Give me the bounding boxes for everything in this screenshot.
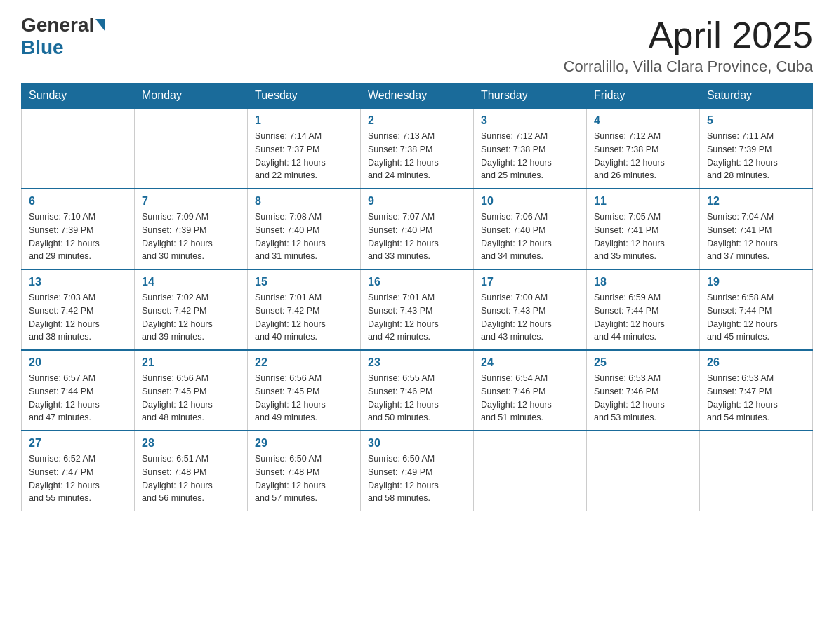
day-number: 27: [29, 437, 127, 450]
column-header-thursday: Thursday: [474, 83, 587, 109]
day-number: 11: [594, 195, 692, 208]
day-number: 28: [142, 437, 240, 450]
day-info: Sunrise: 7:07 AM Sunset: 7:40 PM Dayligh…: [368, 210, 466, 263]
calendar-cell: 4Sunrise: 7:12 AM Sunset: 7:38 PM Daylig…: [587, 108, 700, 189]
day-number: 21: [142, 356, 240, 369]
day-number: 10: [481, 195, 579, 208]
day-info: Sunrise: 6:59 AM Sunset: 7:44 PM Dayligh…: [594, 291, 692, 344]
logo: General Blue: [21, 14, 107, 59]
calendar-cell: 6Sunrise: 7:10 AM Sunset: 7:39 PM Daylig…: [22, 189, 135, 269]
calendar-cell: 7Sunrise: 7:09 AM Sunset: 7:39 PM Daylig…: [135, 189, 248, 269]
day-info: Sunrise: 6:55 AM Sunset: 7:46 PM Dayligh…: [368, 372, 466, 424]
calendar-cell: 24Sunrise: 6:54 AM Sunset: 7:46 PM Dayli…: [474, 350, 587, 431]
day-info: Sunrise: 7:04 AM Sunset: 7:41 PM Dayligh…: [707, 210, 805, 263]
column-header-tuesday: Tuesday: [248, 83, 361, 109]
day-number: 25: [594, 356, 692, 369]
calendar-cell: 21Sunrise: 6:56 AM Sunset: 7:45 PM Dayli…: [135, 350, 248, 431]
day-info: Sunrise: 7:00 AM Sunset: 7:43 PM Dayligh…: [481, 291, 579, 344]
calendar-cell: 28Sunrise: 6:51 AM Sunset: 7:48 PM Dayli…: [135, 431, 248, 511]
day-number: 18: [594, 276, 692, 288]
day-number: 5: [707, 114, 805, 127]
location-subtitle: Corralillo, Villa Clara Province, Cuba: [564, 58, 813, 76]
column-header-sunday: Sunday: [22, 83, 135, 109]
calendar-cell: 16Sunrise: 7:01 AM Sunset: 7:43 PM Dayli…: [361, 269, 474, 350]
calendar-cell: [700, 431, 813, 511]
day-info: Sunrise: 7:05 AM Sunset: 7:41 PM Dayligh…: [594, 210, 692, 263]
calendar-cell: [22, 108, 135, 189]
calendar-cell: 12Sunrise: 7:04 AM Sunset: 7:41 PM Dayli…: [700, 189, 813, 269]
day-info: Sunrise: 6:50 AM Sunset: 7:49 PM Dayligh…: [368, 452, 466, 505]
day-info: Sunrise: 7:10 AM Sunset: 7:39 PM Dayligh…: [29, 210, 127, 263]
day-info: Sunrise: 6:57 AM Sunset: 7:44 PM Dayligh…: [29, 372, 127, 424]
calendar-table: SundayMondayTuesdayWednesdayThursdayFrid…: [21, 83, 813, 511]
column-header-wednesday: Wednesday: [361, 83, 474, 109]
day-number: 3: [481, 114, 579, 127]
column-header-saturday: Saturday: [700, 83, 813, 109]
calendar-cell: 25Sunrise: 6:53 AM Sunset: 7:46 PM Dayli…: [587, 350, 700, 431]
calendar-cell: 18Sunrise: 6:59 AM Sunset: 7:44 PM Dayli…: [587, 269, 700, 350]
day-info: Sunrise: 6:50 AM Sunset: 7:48 PM Dayligh…: [255, 452, 353, 505]
day-info: Sunrise: 7:01 AM Sunset: 7:42 PM Dayligh…: [255, 291, 353, 344]
day-number: 7: [142, 195, 240, 208]
day-info: Sunrise: 6:56 AM Sunset: 7:45 PM Dayligh…: [255, 372, 353, 424]
day-number: 15: [255, 276, 353, 288]
logo-arrow-icon: [95, 19, 105, 32]
day-info: Sunrise: 7:08 AM Sunset: 7:40 PM Dayligh…: [255, 210, 353, 263]
day-info: Sunrise: 7:09 AM Sunset: 7:39 PM Dayligh…: [142, 210, 240, 263]
day-number: 14: [142, 276, 240, 288]
day-info: Sunrise: 6:52 AM Sunset: 7:47 PM Dayligh…: [29, 452, 127, 505]
day-number: 22: [255, 356, 353, 369]
logo-blue-text: Blue: [21, 36, 64, 58]
month-title: April 2025: [564, 14, 813, 56]
day-number: 9: [368, 195, 466, 208]
day-number: 12: [707, 195, 805, 208]
calendar-cell: 20Sunrise: 6:57 AM Sunset: 7:44 PM Dayli…: [22, 350, 135, 431]
day-info: Sunrise: 7:02 AM Sunset: 7:42 PM Dayligh…: [142, 291, 240, 344]
calendar-cell: 8Sunrise: 7:08 AM Sunset: 7:40 PM Daylig…: [248, 189, 361, 269]
day-info: Sunrise: 6:58 AM Sunset: 7:44 PM Dayligh…: [707, 291, 805, 344]
calendar-cell: 30Sunrise: 6:50 AM Sunset: 7:49 PM Dayli…: [361, 431, 474, 511]
logo-general-text: General: [21, 14, 94, 36]
week-row-5: 27Sunrise: 6:52 AM Sunset: 7:47 PM Dayli…: [22, 431, 813, 511]
day-number: 4: [594, 114, 692, 127]
day-number: 13: [29, 276, 127, 288]
day-number: 1: [255, 114, 353, 127]
calendar-cell: 13Sunrise: 7:03 AM Sunset: 7:42 PM Dayli…: [22, 269, 135, 350]
column-header-friday: Friday: [587, 83, 700, 109]
day-info: Sunrise: 7:14 AM Sunset: 7:37 PM Dayligh…: [255, 130, 353, 182]
calendar-cell: 23Sunrise: 6:55 AM Sunset: 7:46 PM Dayli…: [361, 350, 474, 431]
calendar-cell: 9Sunrise: 7:07 AM Sunset: 7:40 PM Daylig…: [361, 189, 474, 269]
day-number: 16: [368, 276, 466, 288]
day-info: Sunrise: 6:51 AM Sunset: 7:48 PM Dayligh…: [142, 452, 240, 505]
day-number: 23: [368, 356, 466, 369]
calendar-cell: 5Sunrise: 7:11 AM Sunset: 7:39 PM Daylig…: [700, 108, 813, 189]
day-info: Sunrise: 6:56 AM Sunset: 7:45 PM Dayligh…: [142, 372, 240, 424]
calendar-cell: 15Sunrise: 7:01 AM Sunset: 7:42 PM Dayli…: [248, 269, 361, 350]
day-number: 2: [368, 114, 466, 127]
calendar-cell: [135, 108, 248, 189]
day-number: 20: [29, 356, 127, 369]
day-number: 6: [29, 195, 127, 208]
day-number: 19: [707, 276, 805, 288]
day-number: 29: [255, 437, 353, 450]
day-info: Sunrise: 6:53 AM Sunset: 7:47 PM Dayligh…: [707, 372, 805, 424]
calendar-cell: 26Sunrise: 6:53 AM Sunset: 7:47 PM Dayli…: [700, 350, 813, 431]
day-info: Sunrise: 7:12 AM Sunset: 7:38 PM Dayligh…: [594, 130, 692, 182]
day-info: Sunrise: 7:03 AM Sunset: 7:42 PM Dayligh…: [29, 291, 127, 344]
day-info: Sunrise: 7:11 AM Sunset: 7:39 PM Dayligh…: [707, 130, 805, 182]
day-info: Sunrise: 6:53 AM Sunset: 7:46 PM Dayligh…: [594, 372, 692, 424]
day-info: Sunrise: 7:01 AM Sunset: 7:43 PM Dayligh…: [368, 291, 466, 344]
calendar-cell: 17Sunrise: 7:00 AM Sunset: 7:43 PM Dayli…: [474, 269, 587, 350]
week-row-2: 6Sunrise: 7:10 AM Sunset: 7:39 PM Daylig…: [22, 189, 813, 269]
week-row-4: 20Sunrise: 6:57 AM Sunset: 7:44 PM Dayli…: [22, 350, 813, 431]
day-info: Sunrise: 7:06 AM Sunset: 7:40 PM Dayligh…: [481, 210, 579, 263]
calendar-cell: 10Sunrise: 7:06 AM Sunset: 7:40 PM Dayli…: [474, 189, 587, 269]
day-info: Sunrise: 7:12 AM Sunset: 7:38 PM Dayligh…: [481, 130, 579, 182]
calendar-cell: [474, 431, 587, 511]
calendar-cell: 1Sunrise: 7:14 AM Sunset: 7:37 PM Daylig…: [248, 108, 361, 189]
week-row-1: 1Sunrise: 7:14 AM Sunset: 7:37 PM Daylig…: [22, 108, 813, 189]
day-info: Sunrise: 7:13 AM Sunset: 7:38 PM Dayligh…: [368, 130, 466, 182]
calendar-cell: 22Sunrise: 6:56 AM Sunset: 7:45 PM Dayli…: [248, 350, 361, 431]
column-header-monday: Monday: [135, 83, 248, 109]
day-number: 24: [481, 356, 579, 369]
